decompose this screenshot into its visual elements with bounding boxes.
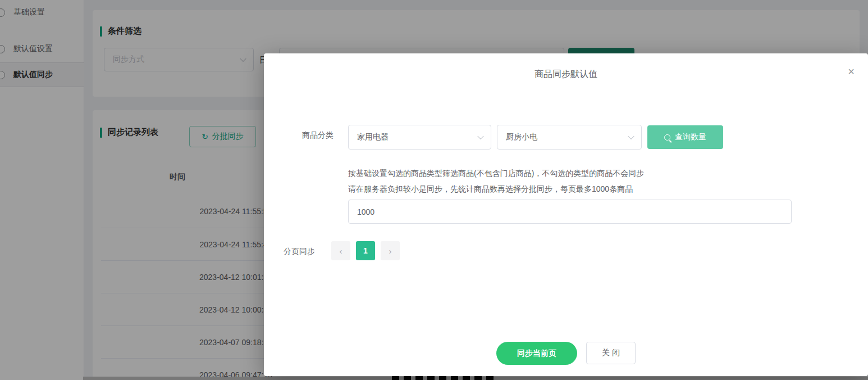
pagination-page-1-button[interactable]: 1 [356, 241, 375, 260]
query-quantity-label: 查询数量 [675, 132, 706, 142]
query-quantity-button[interactable]: 查询数量 [647, 125, 723, 149]
category-level2-select[interactable]: 厨房小电 [497, 125, 642, 150]
hint-line-1: 按基础设置勾选的商品类型筛选商品(不包含门店商品)，不勾选的类型的商品不会同步 [348, 169, 644, 179]
chevron-down-icon [477, 133, 483, 139]
category-level2-value: 厨房小电 [506, 132, 537, 142]
pagination-prev-button[interactable]: ‹ [331, 241, 350, 260]
category-level1-select[interactable]: 家用电器 [348, 125, 491, 150]
magnifier-icon [664, 134, 670, 141]
close-icon[interactable]: × [848, 66, 855, 77]
sync-current-page-button[interactable]: 同步当前页 [496, 342, 577, 365]
category-label: 商品分类 [302, 130, 334, 141]
chevron-right-icon: › [389, 246, 392, 256]
chevron-down-icon [628, 133, 634, 139]
hint-line-2: 请在服务器负担较小是同步，先统计商品数再选择分批同步，每页最多1000条商品 [348, 184, 633, 194]
pagination-label: 分页同步 [284, 247, 315, 257]
category-level1-value: 家用电器 [357, 132, 389, 142]
pagination-next-button[interactable]: › [381, 241, 400, 260]
product-sync-defaults-modal: 商品同步默认值 × 商品分类 家用电器 厨房小电 查询数量 按基础设置勾选的商品… [264, 53, 868, 376]
modal-close-button[interactable]: 关 闭 [586, 342, 636, 364]
page-number: 1 [363, 246, 368, 255]
page-size-input[interactable] [348, 200, 792, 224]
app-window: 基础设置 默认值设置 默认值同步 条件筛选 同步方式 日期 同步记录列表 ↻ 分… [0, 0, 868, 380]
chevron-left-icon: ‹ [340, 246, 342, 256]
modal-title: 商品同步默认值 [264, 69, 868, 80]
